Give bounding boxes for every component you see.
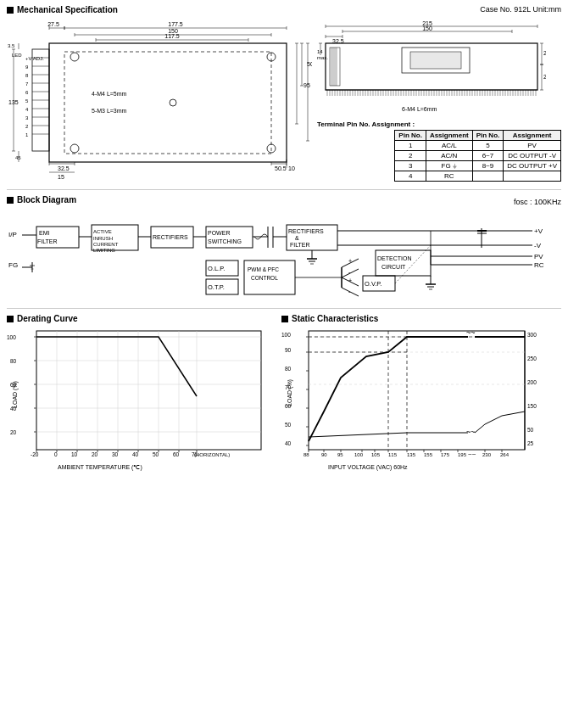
cell: 6~7: [472, 151, 504, 161]
svg-text:155: 155: [424, 452, 433, 457]
svg-text:+V ADJ.: +V ADJ.: [25, 56, 44, 61]
svg-text:7: 7: [25, 81, 29, 87]
svg-text:4: 4: [25, 107, 29, 112]
col-header: Pin No.: [472, 131, 504, 141]
cell: PV: [504, 141, 561, 151]
block-diagram-svg: I/P FG EMI FILTER ACTIVE INRUSH CURRENT …: [7, 210, 558, 301]
cell: AC/N: [426, 151, 472, 161]
svg-text:80: 80: [285, 366, 292, 372]
svg-text:15: 15: [58, 174, 64, 180]
svg-text:~~: ~~: [466, 328, 476, 337]
svg-text:150: 150: [422, 25, 432, 31]
static-chart: 100 90 80 70 60 50 40 300 250 200 150 50…: [281, 327, 561, 475]
svg-text:max.: max.: [317, 55, 328, 60]
svg-text:117.5: 117.5: [164, 33, 180, 39]
derating-header: Derating Curve: [7, 314, 275, 323]
svg-text:O.L.P.: O.L.P.: [208, 265, 225, 272]
svg-point-44: [170, 99, 176, 106]
cell: AC/L: [426, 141, 472, 151]
svg-text:100: 100: [354, 452, 364, 457]
mech-section: Mechanical Specification Case No. 912L U…: [7, 5, 561, 190]
svg-text:ACTIVE: ACTIVE: [93, 229, 112, 234]
svg-text:PWM & PFC: PWM & PFC: [248, 266, 279, 272]
svg-text:SWITCHING: SWITCHING: [208, 238, 242, 244]
svg-text:+: +: [348, 277, 352, 283]
terminal-header: Terminal Pin No. Assignment :: [317, 120, 561, 128]
svg-text:105: 105: [371, 452, 381, 457]
svg-text:FILTER: FILTER: [290, 242, 310, 248]
svg-text:6: 6: [25, 90, 29, 95]
svg-text:INPUT VOLTAGE (VAC) 60Hz: INPUT VOLTAGE (VAC) 60Hz: [328, 464, 408, 471]
cell: 1: [395, 141, 426, 151]
svg-text:6-M4 L=6mm: 6-M4 L=6mm: [402, 106, 437, 112]
mech-header: Mechanical Specification: [7, 5, 118, 14]
svg-text:20: 20: [10, 429, 17, 435]
svg-text:-: -: [348, 269, 351, 275]
svg-rect-98: [410, 52, 461, 69]
svg-point-41: [70, 144, 79, 153]
svg-text:-V: -V: [534, 242, 542, 249]
block-diagram-section: Block Diagram fosc : 100KHz I/P FG EMI F…: [7, 195, 561, 309]
svg-text:50: 50: [285, 422, 292, 428]
svg-rect-238: [376, 250, 431, 276]
svg-text:+: +: [348, 258, 352, 264]
case-info: Case No. 912L Unit:mm: [480, 5, 561, 14]
svg-text:LIMITING: LIMITING: [93, 248, 115, 253]
svg-text:EMI: EMI: [39, 230, 50, 236]
svg-text:90: 90: [321, 452, 327, 457]
svg-text:100: 100: [281, 332, 291, 338]
block-header: Block Diagram: [7, 195, 76, 204]
static-header: Static Characteristics: [281, 314, 561, 323]
svg-text:90: 90: [285, 347, 292, 353]
cell: 2: [395, 151, 426, 161]
svg-text:50: 50: [153, 451, 159, 457]
svg-text:AMBIENT TEMPERATURE (℃): AMBIENT TEMPERATURE (℃): [58, 464, 142, 471]
svg-point-40: [70, 53, 79, 61]
svg-text:20: 20: [543, 74, 546, 80]
svg-text:0: 0: [54, 451, 58, 457]
svg-text:50.5: 50.5: [275, 165, 287, 171]
top-view-drawing: 27.5 177.5 150 117.5: [7, 20, 312, 184]
svg-text:4-M4 L=5mm: 4-M4 L=5mm: [92, 91, 127, 97]
svg-text:~~: ~~: [466, 428, 476, 436]
svg-text:264: 264: [500, 452, 510, 457]
static-title: Static Characteristics: [292, 314, 378, 323]
cell: 3: [395, 161, 426, 171]
svg-text:175: 175: [441, 452, 450, 457]
svg-text:88: 88: [303, 452, 309, 457]
mech-title: Mechanical Specification: [17, 5, 118, 14]
svg-text:95: 95: [303, 82, 310, 88]
svg-text:32.5: 32.5: [58, 165, 70, 171]
derating-title: Derating Curve: [17, 314, 78, 323]
svg-text:80: 80: [10, 358, 17, 364]
svg-text:135: 135: [8, 99, 19, 105]
svg-text:FILTER: FILTER: [37, 238, 58, 244]
svg-text:5-M3 L=3mm: 5-M3 L=3mm: [92, 108, 127, 114]
cell: [504, 171, 561, 182]
section-icon: [7, 7, 14, 14]
svg-text:100: 100: [7, 334, 16, 340]
cell: FG ⏚: [426, 161, 472, 171]
svg-text:POWER: POWER: [208, 230, 230, 236]
svg-text:RECTIFIERS: RECTIFIERS: [153, 234, 188, 240]
svg-text:20: 20: [92, 451, 98, 457]
terminal-table-wrapper: Terminal Pin No. Assignment : Pin No. As…: [317, 120, 561, 182]
svg-text:RC: RC: [534, 261, 544, 269]
side-view-svg: 215 150 32.5: [317, 20, 546, 117]
terminal-pin-table: Pin No. Assignment Pin No. Assignment 1 …: [394, 130, 561, 182]
svg-rect-1: [64, 52, 271, 154]
block-title: Block Diagram: [17, 195, 76, 204]
svg-text:-20: -20: [31, 451, 39, 457]
cell: DC OUTPUT +V: [504, 161, 561, 171]
svg-text:115: 115: [388, 452, 398, 457]
svg-text:I/P: I/P: [8, 231, 17, 238]
table-row: 3 FG ⏚ 8~9 DC OUTPUT +V: [395, 161, 561, 171]
svg-text:10: 10: [288, 165, 295, 171]
svg-text:FG: FG: [8, 261, 18, 269]
svg-text:CURRENT: CURRENT: [93, 242, 119, 247]
svg-text:RECTIFIERS: RECTIFIERS: [288, 228, 324, 234]
svg-text:+V: +V: [534, 227, 543, 235]
col-header: Assignment: [426, 131, 472, 141]
svg-text:9: 9: [25, 64, 29, 70]
svg-text:DETECTION: DETECTION: [377, 255, 411, 261]
